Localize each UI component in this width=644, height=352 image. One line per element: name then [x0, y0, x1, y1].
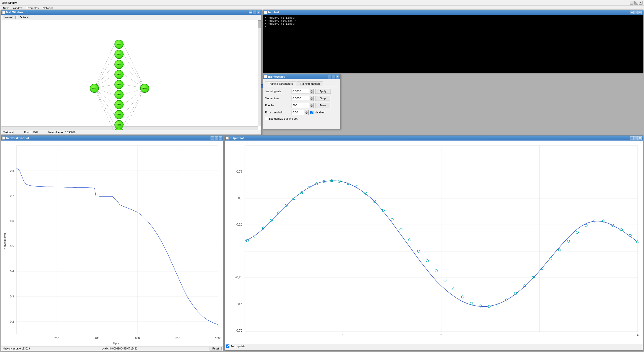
epochs-spinner-down[interactable]: ▼	[310, 105, 314, 108]
tab-training-method[interactable]: Training method	[297, 81, 323, 86]
trainer-controls: — □ ✕	[328, 75, 339, 78]
trainer-title: TrainerDialog	[268, 75, 285, 78]
trainer-icon: T	[264, 75, 267, 78]
os-close[interactable]: ✕	[639, 1, 642, 5]
output-plot-maximize[interactable]: □	[634, 136, 638, 140]
svg-line-19	[124, 88, 145, 130]
error-threshold-down[interactable]: ▼	[305, 112, 309, 115]
auto-update-checkbox[interactable]	[226, 344, 229, 348]
momentum-spinner-down[interactable]: ▼	[310, 98, 314, 101]
error-threshold-up[interactable]: ▲	[305, 110, 309, 112]
error-plot-controls: — □ ✕	[211, 136, 222, 140]
node-h7[interactable]: Net-1	[114, 100, 124, 109]
svg-text:0,25: 0,25	[236, 223, 243, 226]
output-plot-close[interactable]: ✕	[638, 136, 642, 140]
main-close[interactable]: ✕	[257, 11, 260, 14]
svg-text:0,7: 0,7	[10, 194, 14, 197]
randomize-row: Randomize training set	[265, 117, 338, 120]
node-output[interactable]: Net-1	[140, 84, 149, 93]
terminal-body[interactable]: > AddLayer(1,Linear) > AddLayer(10,TanH)…	[263, 15, 643, 73]
node-input[interactable]: Net-1	[90, 84, 99, 93]
output-plot-minimize[interactable]: —	[630, 136, 634, 140]
svg-text:600: 600	[135, 337, 140, 340]
trainer-body: Training parameters Training method Lear…	[263, 79, 340, 122]
disabled-checkbox[interactable]	[310, 111, 313, 114]
apply-button[interactable]: Apply	[315, 89, 331, 94]
error-plot-status-error: Network error: 0.193019	[3, 347, 30, 350]
error-plot-titlebar: N NetworkErrorPlot — □ ✕	[1, 136, 223, 141]
main-toolbar: Network Options	[1, 15, 261, 20]
error-threshold-spinner: ▲ ▼	[305, 110, 309, 115]
epochs-spinner-up[interactable]: ▲	[310, 103, 314, 105]
svg-text:0,5: 0,5	[238, 197, 242, 200]
epochs-label: Epochs	[265, 104, 290, 107]
terminal-maximize[interactable]: □	[634, 11, 638, 14]
svg-text:200: 200	[54, 337, 59, 340]
node-h5[interactable]: Net-1	[114, 80, 124, 89]
error-plot-window: N NetworkErrorPlot — □ ✕	[1, 135, 223, 350]
auto-update-label: Auto update	[230, 345, 245, 348]
terminal-close[interactable]: ✕	[638, 11, 642, 14]
error-threshold-input[interactable]	[292, 110, 304, 115]
os-minimize[interactable]: —	[630, 1, 633, 5]
output-plot-svg: 0,75 0,5 0,25 0 -0,25 -0,5 -0,75 1 2 3 4	[225, 141, 643, 344]
svg-text:0,8: 0,8	[10, 169, 14, 172]
scrollbar-horizontal[interactable]	[1, 126, 258, 130]
toolbar-network[interactable]: Network	[3, 16, 16, 19]
main-window-titlebar: W MainWindow — □ ✕	[1, 10, 261, 15]
error-plot-close[interactable]: ✕	[219, 136, 222, 140]
svg-text:0,75: 0,75	[236, 170, 243, 173]
error-plot-maximize[interactable]: □	[215, 136, 218, 140]
svg-line-18	[124, 88, 145, 125]
learning-rate-input[interactable]	[292, 89, 309, 94]
momentum-spinner-up[interactable]: ▲	[310, 96, 314, 98]
epochs-spinner: ▲ ▼	[310, 103, 314, 108]
reset-button[interactable]: Reset	[210, 347, 222, 350]
svg-text:-0,25: -0,25	[235, 276, 243, 279]
node-h4[interactable]: Net-1	[114, 70, 124, 79]
trainer-minimize[interactable]: —	[328, 75, 331, 78]
terminal-window: T Terminal — □ ✕ > AddLayer(1,Linear) > …	[263, 10, 643, 72]
svg-text:400: 400	[95, 337, 99, 340]
trainer-close[interactable]: ✕	[336, 75, 339, 78]
stop-button[interactable]: Stop	[315, 96, 330, 101]
trainer-maximize[interactable]: □	[332, 75, 335, 78]
spinner-down[interactable]: ▼	[310, 91, 314, 94]
learning-rate-spinner: ▲ ▼	[310, 89, 314, 94]
main-maximize[interactable]: □	[253, 11, 256, 14]
output-plot-title: OutputPlot	[229, 137, 244, 140]
scrollbar-vertical[interactable]	[258, 20, 261, 126]
error-plot-title: NetworkErrorPlot	[6, 137, 29, 140]
main-minimize[interactable]: —	[249, 11, 252, 14]
status-error: Network error: 0.193019	[48, 131, 75, 134]
node-h6[interactable]: Net-1	[114, 90, 124, 99]
terminal-minimize[interactable]: —	[630, 11, 634, 14]
scrollbar-thumb-v[interactable]	[258, 20, 261, 28]
output-plot-controls: — □ ✕	[630, 136, 642, 140]
error-plot-status-dy: dy/dx: -0.000610045394713432	[102, 347, 137, 350]
momentum-input[interactable]	[292, 96, 309, 101]
train-button[interactable]: Train	[315, 103, 330, 108]
svg-text:1000: 1000	[215, 337, 221, 340]
node-h8[interactable]: Net-1	[114, 110, 124, 119]
terminal-line-2: > AddLayer(10,TanH)	[264, 19, 641, 22]
toolbar-options[interactable]: Options	[18, 16, 30, 19]
epochs-input[interactable]	[292, 103, 309, 108]
terminal-line-3: > AddLayer(1,Linear)	[264, 22, 641, 25]
node-h2[interactable]: Net-1	[114, 50, 124, 59]
output-plot-titlebar: O OutputPlot — □ ✕	[225, 136, 643, 141]
svg-text:0,4: 0,4	[10, 270, 14, 273]
spinner-up[interactable]: ▲	[310, 89, 314, 91]
svg-text:-0,75: -0,75	[235, 329, 243, 332]
error-plot-minimize[interactable]: —	[211, 136, 214, 140]
tab-training-parameters[interactable]: Training parameters	[265, 81, 296, 86]
node-h3[interactable]: Net-1	[114, 60, 124, 69]
os-maximize[interactable]: □	[634, 1, 638, 5]
main-window: W MainWindow — □ ✕ Network Options	[1, 10, 262, 135]
node-h1[interactable]: Net-1	[114, 40, 124, 49]
svg-text:0,5: 0,5	[10, 245, 14, 248]
randomize-checkbox[interactable]	[265, 117, 268, 120]
output-plot-body: 0,75 0,5 0,25 0 -0,25 -0,5 -0,75 1 2 3 4	[225, 141, 643, 344]
svg-text:0: 0	[240, 249, 242, 253]
os-titlebar: MainWindow — □ ✕	[0, 0, 644, 6]
